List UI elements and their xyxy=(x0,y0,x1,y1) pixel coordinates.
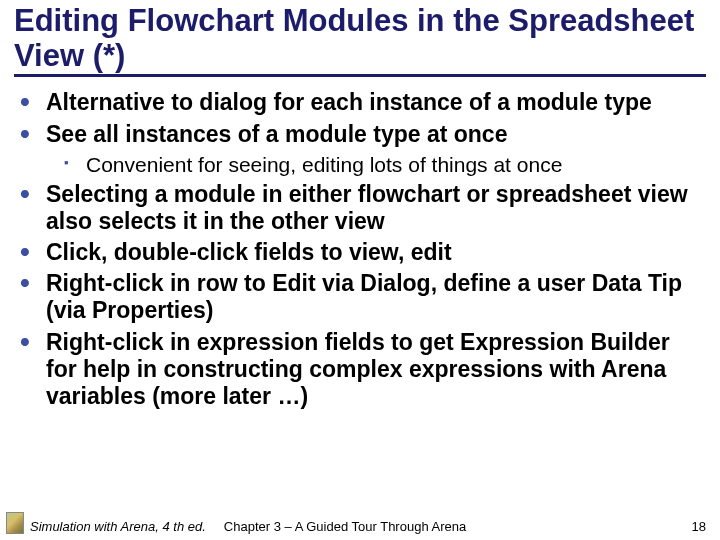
bullet-item: Right-click in row to Edit via Dialog, d… xyxy=(20,270,706,324)
footer-book: Simulation with Arena, 4 th ed. xyxy=(30,519,206,534)
bullet-list: Alternative to dialog for each instance … xyxy=(14,89,706,409)
sub-bullet-list: Convenient for seeing, editing lots of t… xyxy=(46,152,706,177)
slide-title: Editing Flowchart Modules in the Spreads… xyxy=(14,4,706,77)
footer-page-number: 18 xyxy=(692,519,706,534)
slide: Editing Flowchart Modules in the Spreads… xyxy=(0,0,720,540)
slide-footer: Simulation with Arena, 4 th ed. Chapter … xyxy=(0,512,720,534)
bullet-item: Click, double-click fields to view, edit xyxy=(20,239,706,266)
bullet-item: Alternative to dialog for each instance … xyxy=(20,89,706,116)
sub-bullet-item: Convenient for seeing, editing lots of t… xyxy=(64,152,706,177)
bullet-item: See all instances of a module type at on… xyxy=(20,121,706,177)
footer-chapter: Chapter 3 – A Guided Tour Through Arena xyxy=(224,519,692,534)
bullet-item: Selecting a module in either flowchart o… xyxy=(20,181,706,235)
book-cover-icon xyxy=(6,512,24,534)
bullet-text: See all instances of a module type at on… xyxy=(46,121,507,147)
bullet-item: Right-click in expression fields to get … xyxy=(20,329,706,410)
